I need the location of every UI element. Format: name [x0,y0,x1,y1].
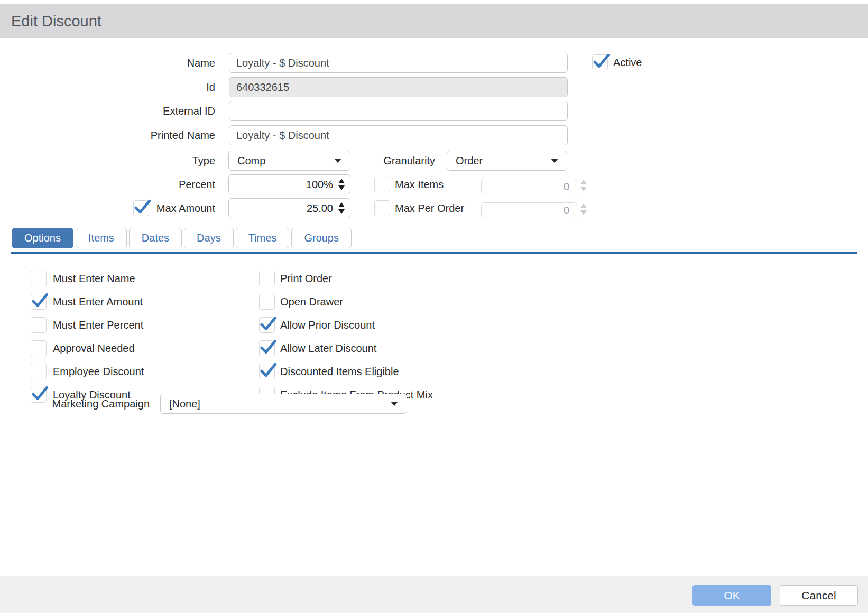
dialog-header: Edit Discount [0,4,868,38]
spinner-arrows[interactable] [338,202,345,214]
percent-value: 100% [306,179,333,191]
caret-down-icon [391,402,398,406]
percent-label: Percent [0,174,215,194]
discounted-items-eligible-label: Discounted Items Eligible [280,364,399,379]
granularity-select-value: Order [456,155,483,167]
check-icon [30,291,49,310]
id-label: Id [0,77,215,97]
percent-stepper[interactable]: 100% [228,174,350,194]
max-per-order-stepper: 0 [481,202,577,218]
page-title: Edit Discount [11,4,101,38]
spinner-up-icon [580,180,587,184]
checkbox-allow-later-discount[interactable] [259,340,275,356]
spinner-up-icon [580,203,587,208]
granularity-select[interactable]: Order [447,151,567,171]
spinner-arrows [580,180,587,191]
max-amount-label: Max Amount [0,198,215,218]
checkbox-approval-needed[interactable] [31,340,47,356]
spinner-up-icon[interactable] [338,179,345,183]
granularity-label: Granularity [317,151,435,171]
marketing-campaign-label: Marketing Campaign [0,394,150,414]
tab-options[interactable]: Options [12,228,73,248]
tab-divider [11,252,857,254]
checkbox-must-enter-amount[interactable] [31,294,47,310]
checkbox-employee-discount[interactable] [31,364,47,379]
spinner-down-icon [580,210,587,215]
marketing-campaign-value: [None] [169,398,200,410]
max-amount-stepper[interactable]: 25.00 [228,198,350,218]
external-id-label: External ID [0,101,215,121]
checkbox-active[interactable] [592,54,608,70]
edit-discount-dialog: Edit Discount Name Id External ID Printe… [0,0,868,613]
allow-later-discount-label: Allow Later Discount [280,340,376,356]
spinner-arrows [580,203,587,215]
spinner-down-icon[interactable] [338,185,345,190]
tab-bar: Options Items Dates Days Times Groups [12,228,352,248]
employee-discount-label: Employee Discount [53,364,144,379]
marketing-campaign-select[interactable]: [None] [160,394,407,414]
spinner-up-icon[interactable] [338,202,345,207]
checkbox-discounted-items-eligible[interactable] [259,364,275,379]
check-icon [258,314,278,333]
cancel-button[interactable]: Cancel [780,585,858,606]
must-enter-amount-label: Must Enter Amount [53,294,143,310]
active-label: Active [613,54,642,70]
check-icon [258,337,278,356]
ok-button[interactable]: OK [692,585,771,606]
must-enter-percent-label: Must Enter Percent [53,317,143,333]
tab-days[interactable]: Days [184,228,234,248]
type-select-value: Comp [237,155,265,167]
spinner-down-icon [580,187,587,191]
spinner-down-icon[interactable] [338,209,345,214]
printed-name-label: Printed Name [0,125,215,145]
tab-times[interactable]: Times [236,228,290,248]
checkbox-must-enter-name[interactable] [31,271,47,286]
max-items-value: 0 [564,181,569,193]
spinner-arrows[interactable] [338,179,345,190]
dialog-footer: OK Cancel [0,576,868,613]
id-input [229,77,568,97]
open-drawer-label: Open Drawer [280,294,343,310]
caret-down-icon [551,159,558,163]
must-enter-name-label: Must Enter Name [53,271,135,286]
external-id-input[interactable] [229,101,568,121]
print-order-label: Print Order [280,271,332,286]
checkbox-print-order[interactable] [259,271,275,286]
max-amount-value: 25.00 [307,202,333,215]
checkbox-max-items[interactable] [374,177,390,192]
allow-prior-discount-label: Allow Prior Discount [280,317,375,333]
checkbox-must-enter-percent[interactable] [31,317,47,333]
type-label: Type [0,151,215,171]
tab-dates[interactable]: Dates [129,228,182,248]
check-icon [258,360,278,379]
checkbox-open-drawer[interactable] [259,294,275,310]
check-icon [592,51,611,70]
max-items-stepper: 0 [481,179,577,194]
approval-needed-label: Approval Needed [53,340,135,356]
checkbox-max-per-order[interactable] [374,200,390,216]
name-label: Name [0,53,215,73]
checkbox-allow-prior-discount[interactable] [259,317,275,333]
tab-groups[interactable]: Groups [291,228,352,248]
tab-items[interactable]: Items [76,228,127,248]
max-per-order-label: Max Per Order [395,200,464,216]
max-per-order-value: 0 [564,205,569,217]
name-input[interactable] [229,53,568,73]
max-items-label: Max Items [395,177,444,192]
printed-name-input[interactable] [229,125,568,145]
